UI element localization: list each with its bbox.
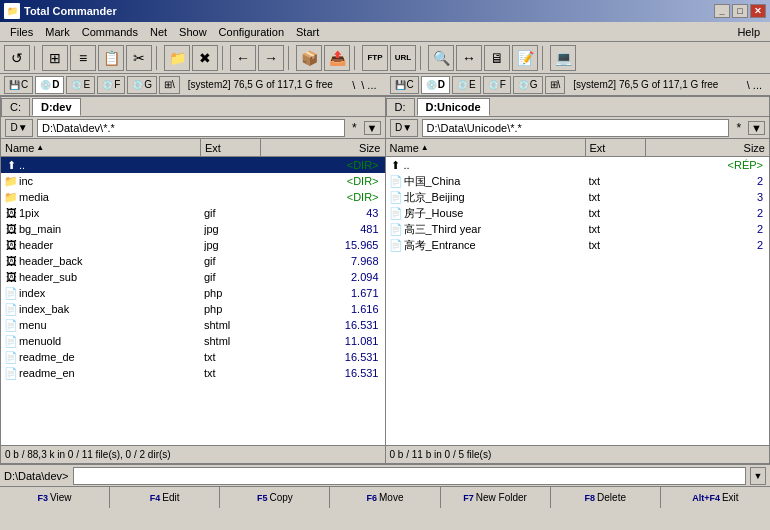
toolbar-share[interactable]: 🖥 xyxy=(484,45,510,71)
right-tab-active[interactable]: D:Unicode xyxy=(417,98,490,116)
right-col-name[interactable]: Name ▲ xyxy=(386,139,586,156)
left-file-row[interactable]: 🖼header_subgif2.094 xyxy=(1,269,385,285)
left-file-row[interactable]: 📄indexphp1.671 xyxy=(1,285,385,301)
toolbar-copy[interactable]: 📋 xyxy=(98,45,124,71)
file-size: 481 xyxy=(264,223,383,235)
right-drive-f[interactable]: 💿F xyxy=(483,76,511,94)
left-path-input[interactable] xyxy=(37,119,345,137)
fkey-f7[interactable]: F7New Folder xyxy=(441,487,551,508)
minimize-button[interactable]: _ xyxy=(714,4,730,18)
right-path-input[interactable] xyxy=(422,119,730,137)
left-file-row[interactable]: 🖼headerjpg15.965 xyxy=(1,237,385,253)
menu-show[interactable]: Show xyxy=(173,24,213,40)
file-ext: txt xyxy=(204,367,264,379)
toolbar-url[interactable]: URL xyxy=(390,45,416,71)
left-col-name[interactable]: Name ▲ xyxy=(1,139,201,156)
right-path-dropdown[interactable]: D▼ xyxy=(390,119,418,137)
toolbar-back[interactable]: ← xyxy=(230,45,256,71)
left-col-ext[interactable]: Ext xyxy=(201,139,261,156)
file-icon: 📄 xyxy=(388,238,404,252)
left-tab-c[interactable]: C: xyxy=(1,98,30,116)
right-drive-d[interactable]: 💿D xyxy=(421,76,450,94)
right-path-filter-btn[interactable]: ▼ xyxy=(748,121,765,135)
left-drive-d[interactable]: 💿D xyxy=(35,76,64,94)
file-ext: txt xyxy=(589,223,649,235)
file-icon: 📄 xyxy=(3,302,19,316)
left-drive-g[interactable]: 💿G xyxy=(127,76,157,94)
maximize-button[interactable]: □ xyxy=(732,4,748,18)
file-name: menu xyxy=(19,319,204,331)
toolbar-move[interactable]: ✂ xyxy=(126,45,152,71)
toolbar-terminal[interactable]: 💻 xyxy=(550,45,576,71)
right-col-size[interactable]: Size xyxy=(646,139,770,156)
left-file-row[interactable]: 📄index_bakphp1.616 xyxy=(1,301,385,317)
toolbar-view-list[interactable]: ≡ xyxy=(70,45,96,71)
right-file-row[interactable]: 📄房子_Housetxt2 xyxy=(386,205,770,221)
left-file-row[interactable]: 🖼1pixgif43 xyxy=(1,205,385,221)
toolbar-new-folder[interactable]: 📁 xyxy=(164,45,190,71)
right-file-row[interactable]: 📄高三_Third yeartxt2 xyxy=(386,221,770,237)
toolbar-view-icons[interactable]: ⊞ xyxy=(42,45,68,71)
left-file-row[interactable]: 🖼header_backgif7.968 xyxy=(1,253,385,269)
left-file-list[interactable]: ⬆..<DIR>📁inc<DIR>📁media<DIR>🖼1pixgif43🖼b… xyxy=(1,157,385,445)
left-file-row[interactable]: 📁media<DIR> xyxy=(1,189,385,205)
toolbar-sync[interactable]: ↔ xyxy=(456,45,482,71)
menu-configuration[interactable]: Configuration xyxy=(213,24,290,40)
toolbar-pack[interactable]: 📦 xyxy=(296,45,322,71)
left-file-row[interactable]: 📄menushtml16.531 xyxy=(1,317,385,333)
left-drive-e[interactable]: 💿E xyxy=(66,76,95,94)
menu-mark[interactable]: Mark xyxy=(39,24,75,40)
fkeys-bar: F3ViewF4EditF5CopyF6MoveF7New FolderF8De… xyxy=(0,486,770,508)
right-file-row[interactable]: 📄高考_Entrancetxt2 xyxy=(386,237,770,253)
file-name: bg_main xyxy=(19,223,204,235)
file-size: 15.965 xyxy=(264,239,383,251)
left-col-size[interactable]: Size xyxy=(261,139,385,156)
right-col-ext[interactable]: Ext xyxy=(586,139,646,156)
toolbar-multiname[interactable]: 📝 xyxy=(512,45,538,71)
fkey-f6[interactable]: F6Move xyxy=(330,487,440,508)
toolbar-forward[interactable]: → xyxy=(258,45,284,71)
menu-files[interactable]: Files xyxy=(4,24,39,40)
fkey-f5[interactable]: F5Copy xyxy=(220,487,330,508)
toolbar-delete[interactable]: ✖ xyxy=(192,45,218,71)
left-drive-f[interactable]: 💿F xyxy=(97,76,125,94)
right-drive-net[interactable]: ⊞\ xyxy=(545,76,566,94)
menu-net[interactable]: Net xyxy=(144,24,173,40)
left-file-row[interactable]: 🖼bg_mainjpg481 xyxy=(1,221,385,237)
right-file-list[interactable]: ⬆..<RÉP>📄中国_Chinatxt2📄北京_Beijingtxt3📄房子_… xyxy=(386,157,770,445)
toolbar-find[interactable]: 🔍 xyxy=(428,45,454,71)
toolbar: ↺ ⊞ ≡ 📋 ✂ 📁 ✖ ← → 📦 📤 FTP URL 🔍 ↔ 🖥 📝 💻 xyxy=(0,42,770,74)
cmdline-dropdown[interactable]: ▼ xyxy=(750,467,766,485)
right-drive-e[interactable]: 💿E xyxy=(452,76,481,94)
right-file-row[interactable]: ⬆..<RÉP> xyxy=(386,157,770,173)
right-drive-c[interactable]: 💾C xyxy=(390,76,419,94)
left-file-row[interactable]: ⬆..<DIR> xyxy=(1,157,385,173)
cmdline-input[interactable] xyxy=(73,467,746,485)
right-file-row[interactable]: 📄中国_Chinatxt2 xyxy=(386,173,770,189)
fkey-f8[interactable]: F8Delete xyxy=(551,487,661,508)
fkey-f4[interactable]: F4Edit xyxy=(110,487,220,508)
close-button[interactable]: ✕ xyxy=(750,4,766,18)
left-file-row[interactable]: 📁inc<DIR> xyxy=(1,173,385,189)
right-tab-d[interactable]: D: xyxy=(386,98,415,116)
fkey-f3[interactable]: F3View xyxy=(0,487,110,508)
toolbar-refresh[interactable]: ↺ xyxy=(4,45,30,71)
left-tab-active[interactable]: D:dev xyxy=(32,98,81,116)
menu-commands[interactable]: Commands xyxy=(76,24,144,40)
right-file-row[interactable]: 📄北京_Beijingtxt3 xyxy=(386,189,770,205)
toolbar-ftp[interactable]: FTP xyxy=(362,45,388,71)
fkey-alt-f4[interactable]: Alt+F4Exit xyxy=(661,487,770,508)
toolbar-unpack[interactable]: 📤 xyxy=(324,45,350,71)
left-file-row[interactable]: 📄readme_detxt16.531 xyxy=(1,349,385,365)
left-path-filter-btn[interactable]: ▼ xyxy=(364,121,381,135)
left-drive-net[interactable]: ⊞\ xyxy=(159,76,180,94)
right-drive-g[interactable]: 💿G xyxy=(513,76,543,94)
menu-start[interactable]: Start xyxy=(290,24,325,40)
left-file-row[interactable]: 📄readme_entxt16.531 xyxy=(1,365,385,381)
right-drive-bar: 💾C 💿D 💿E 💿F 💿G ⊞\ [system2] 76,5 G of 11… xyxy=(386,76,771,94)
left-file-row[interactable]: 📄menuoldshtml11.081 xyxy=(1,333,385,349)
right-panel-status: 0 b / 11 b in 0 / 5 file(s) xyxy=(386,445,770,463)
menu-help[interactable]: Help xyxy=(731,24,766,40)
left-drive-c[interactable]: 💾C xyxy=(4,76,33,94)
left-path-dropdown[interactable]: D▼ xyxy=(5,119,33,137)
